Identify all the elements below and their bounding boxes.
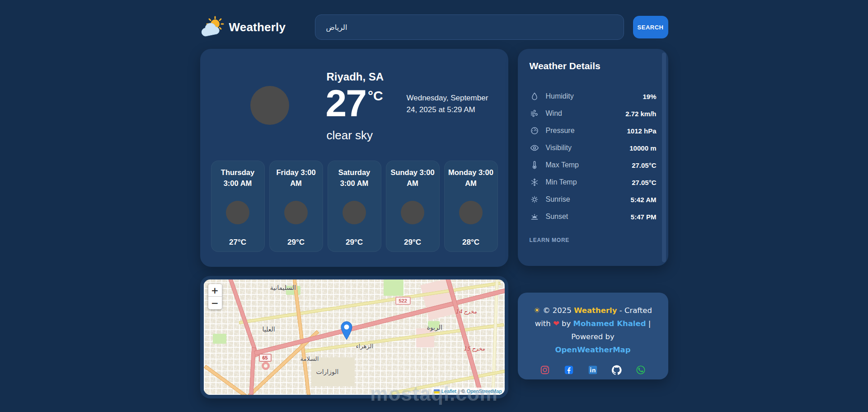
detail-value: 5:47 PM — [631, 213, 657, 221]
map-marker-icon[interactable] — [341, 321, 352, 340]
detail-value: 27.05°C — [632, 179, 656, 186]
details-scrollbar[interactable] — [662, 52, 666, 262]
map-district-label: السليمانية — [270, 284, 296, 291]
min-temp-snowflake-icon — [530, 177, 540, 187]
learn-more-link[interactable]: LEARN MORE — [530, 237, 570, 243]
detail-value: 5:42 AM — [631, 196, 657, 204]
instagram-icon[interactable] — [540, 365, 550, 375]
footer-by-text: by — [562, 319, 571, 328]
leaflet-link[interactable]: Leaflet — [441, 388, 456, 394]
detail-label: Sunset — [546, 213, 631, 221]
map-district-label: العليا — [263, 326, 275, 333]
map-district-label: الوزارات — [316, 368, 339, 375]
temperature-unit: °C — [368, 88, 383, 103]
brand: Weatherly — [200, 15, 315, 39]
route-shield: 522 — [395, 297, 411, 305]
social-links — [527, 365, 659, 375]
forecast-card[interactable]: Sunday 3:00 AM 29°C — [386, 161, 440, 252]
detail-label: Visibility — [546, 144, 630, 152]
detail-value: 1012 hPa — [627, 127, 656, 135]
current-weather-card: Riyadh, SA 27°C clear sky Wednesday, Sep… — [200, 49, 508, 267]
max-temp-thermometer-icon — [530, 160, 540, 170]
detail-value: 27.05°C — [632, 161, 656, 169]
search-input[interactable] — [315, 14, 624, 40]
forecast-weather-icon — [226, 201, 249, 224]
forecast-temp: 27°C — [229, 238, 246, 247]
map-district-label: السلامة — [300, 355, 319, 362]
map-district-label: الزهراء — [356, 343, 374, 350]
forecast-temp: 28°C — [462, 238, 479, 247]
forecast-weather-icon — [459, 201, 483, 224]
forecast-weather-icon — [343, 201, 366, 224]
detail-value: 19% — [643, 93, 656, 100]
attribution-copyright: © — [461, 388, 465, 394]
forecast-day: Monday 3:00 AM — [447, 167, 494, 189]
detail-row-sunrise: Sunrise 5:42 AM — [530, 191, 657, 208]
map-attribution: Leaflet | © OpenStreetMap — [432, 388, 505, 395]
pressure-gauge-icon — [530, 126, 540, 136]
forecast-temp: 29°C — [404, 238, 421, 247]
forecast-card[interactable]: Saturday 3:00 AM 29°C — [328, 161, 381, 252]
map-zoom-control: + − — [208, 284, 222, 309]
whatsapp-icon[interactable] — [636, 365, 646, 375]
humidity-droplet-icon — [530, 91, 540, 101]
forecast-day: Thursday 3:00 AM — [214, 167, 261, 189]
leaflet-map[interactable]: السليمانية العليا الربوة السلامة الوزارا… — [204, 279, 505, 395]
forecast-day: Saturday 3:00 AM — [331, 167, 378, 189]
forecast-row: Thursday 3:00 AM 27°C Friday 3:00 AM 29°… — [211, 161, 498, 252]
current-datetime: Wednesday, September 24, 2025 at 5:29 AM — [407, 92, 493, 115]
sunrise-icon — [530, 194, 540, 204]
detail-label: Sunrise — [546, 195, 631, 204]
detail-row-humidity: Humidity 19% — [530, 88, 657, 105]
openstreetmap-link[interactable]: OpenStreetMap — [467, 388, 502, 394]
github-icon[interactable] — [612, 365, 622, 375]
detail-label: Pressure — [546, 127, 627, 135]
footer-card: ☀ © 2025 Weatherly - Crafted with ❤ by M… — [518, 293, 668, 379]
detail-row-pressure: Pressure 1012 hPa — [530, 122, 657, 139]
detail-row-wind: Wind 2.72 km/h — [530, 105, 657, 122]
map-exit-label: مخرج 15 — [464, 346, 485, 352]
weatherly-logo-icon — [200, 15, 225, 39]
search-button[interactable]: SEARCH — [633, 16, 668, 38]
zoom-out-button[interactable]: − — [208, 297, 222, 309]
footer-brand: Weatherly — [574, 306, 617, 315]
detail-value: 10000 m — [629, 144, 656, 152]
ukraine-flag-icon — [434, 389, 440, 393]
map-district-label: الربوة — [427, 324, 442, 331]
wind-icon — [530, 109, 540, 118]
facebook-icon[interactable] — [564, 365, 574, 375]
weatherly-app: Weatherly SEARCH Riyadh, SA 27°C clear s… — [0, 0, 868, 412]
current-weather-icon — [250, 86, 289, 125]
location-label: Riyadh, SA — [327, 71, 384, 83]
detail-label: Wind — [546, 109, 626, 118]
detail-row-visibility: Visibility 10000 m — [530, 139, 657, 156]
forecast-weather-icon — [284, 201, 308, 224]
linkedin-icon[interactable] — [588, 365, 598, 375]
author-link[interactable]: Mohamed Khaled — [573, 319, 646, 328]
app-title: Weatherly — [229, 20, 286, 34]
detail-row-min-temp: Min Temp 27.05°C — [530, 174, 657, 191]
zoom-in-button[interactable]: + — [208, 284, 222, 297]
openweathermap-link[interactable]: OpenWeatherMap — [555, 346, 630, 354]
current-temperature: 27°C — [326, 84, 381, 122]
details-title: Weather Details — [530, 61, 657, 71]
detail-label: Max Temp — [546, 161, 632, 169]
sunset-icon — [530, 212, 540, 222]
forecast-temp: 29°C — [346, 238, 363, 247]
sun-emoji-icon: ☀ — [534, 306, 540, 315]
map-park — [384, 279, 404, 296]
detail-label: Humidity — [546, 92, 643, 100]
temperature-value: 27 — [326, 82, 366, 124]
visibility-eye-icon — [530, 143, 540, 153]
forecast-card[interactable]: Friday 3:00 AM 29°C — [269, 161, 323, 252]
forecast-card[interactable]: Thursday 3:00 AM 27°C — [211, 161, 265, 252]
forecast-card[interactable]: Monday 3:00 AM 28°C — [444, 161, 498, 252]
map-zone — [416, 328, 434, 347]
detail-row-max-temp: Max Temp 27.05°C — [530, 156, 657, 174]
attribution-separator: | — [458, 388, 460, 394]
forecast-temp: 29°C — [287, 238, 305, 247]
forecast-day: Friday 3:00 AM — [272, 167, 319, 189]
weather-condition: clear sky — [327, 128, 373, 142]
header: Weatherly SEARCH — [200, 14, 668, 40]
footer-copyright: © 2025 — [543, 306, 572, 315]
